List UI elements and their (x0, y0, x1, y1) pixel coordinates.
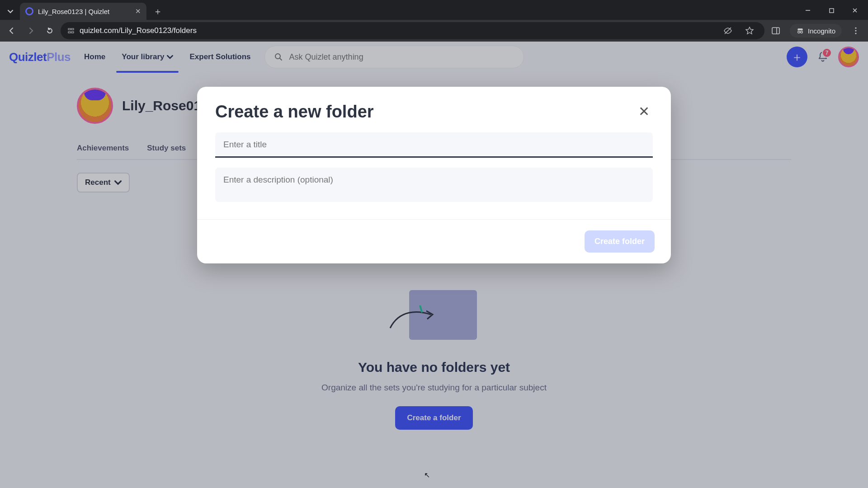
minimize-button[interactable] (797, 3, 819, 18)
svg-line-6 (725, 28, 731, 34)
tab-favicon-icon (25, 7, 33, 15)
incognito-icon (796, 27, 804, 35)
incognito-chip[interactable]: Incognito (790, 24, 842, 38)
browser-menu-icon[interactable] (847, 22, 864, 39)
side-panel-icon[interactable] (767, 22, 784, 39)
modal-overlay[interactable]: Create a new folder ✕ Create folder (0, 42, 868, 488)
tab-title: Lily_Rose0123 | Quizlet (38, 8, 131, 15)
svg-rect-4 (68, 32, 71, 33)
address-bar: quizlet.com/Lily_Rose0123/folders Incogn… (0, 20, 868, 42)
bookmark-star-icon[interactable] (741, 22, 758, 39)
svg-point-12 (855, 27, 856, 28)
window-controls (797, 3, 866, 18)
svg-rect-2 (68, 28, 71, 30)
browser-tab[interactable]: Lily_Rose0123 | Quizlet ✕ (20, 3, 146, 20)
svg-point-14 (855, 33, 856, 34)
forward-button[interactable] (23, 23, 39, 39)
modal-title: Create a new folder (215, 102, 635, 122)
folder-title-input[interactable] (215, 132, 653, 157)
url-text: quizlet.com/Lily_Rose0123/folders (80, 26, 715, 35)
submit-create-folder-button[interactable]: Create folder (585, 230, 655, 253)
maximize-button[interactable] (820, 3, 843, 18)
site-settings-icon[interactable] (67, 27, 75, 35)
create-folder-modal: Create a new folder ✕ Create folder (197, 87, 671, 263)
svg-rect-1 (830, 9, 834, 13)
browser-tab-strip: Lily_Rose0123 | Quizlet ✕ ＋ (0, 0, 868, 20)
folder-description-input[interactable] (215, 168, 653, 202)
svg-rect-7 (772, 28, 779, 34)
svg-rect-5 (71, 32, 74, 33)
url-field[interactable]: quizlet.com/Lily_Rose0123/folders (61, 22, 764, 39)
svg-point-10 (801, 31, 803, 33)
back-button[interactable] (4, 23, 20, 39)
eye-off-icon[interactable] (719, 22, 736, 39)
new-tab-button[interactable]: ＋ (150, 4, 165, 19)
reload-button[interactable] (42, 23, 58, 39)
incognito-label: Incognito (808, 27, 835, 35)
svg-rect-3 (71, 28, 74, 30)
tab-close-icon[interactable]: ✕ (135, 7, 141, 15)
svg-point-13 (855, 30, 856, 31)
tabs-dropdown[interactable] (4, 5, 17, 18)
svg-point-9 (798, 31, 800, 33)
close-modal-button[interactable]: ✕ (635, 102, 653, 120)
close-window-button[interactable] (844, 3, 866, 18)
